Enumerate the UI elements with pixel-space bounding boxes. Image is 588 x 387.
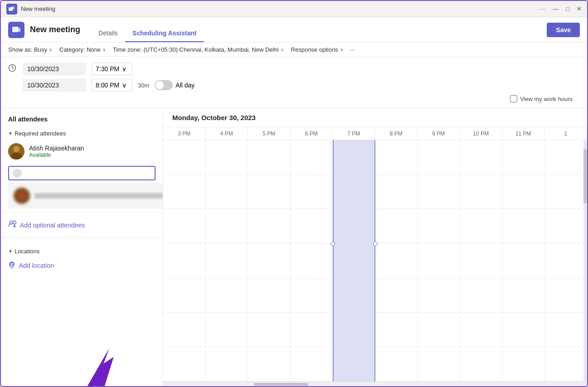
more-options[interactable]: ··· (350, 46, 355, 53)
grid-cell (206, 140, 248, 174)
page-title: New meeting (30, 25, 80, 34)
attendee-info: Atish Rajasekharan Available (29, 145, 84, 158)
add-location-label: Add location (19, 262, 54, 269)
grid-cell (418, 278, 460, 312)
grid-cell (418, 209, 460, 243)
grid-cell (545, 347, 588, 381)
section-separator-2 (1, 237, 163, 238)
grid-cell (545, 174, 588, 208)
bottom-scrollbar[interactable] (163, 382, 587, 386)
vertical-scrollbar[interactable] (583, 140, 587, 382)
view-hours-checkbox[interactable] (510, 95, 517, 102)
locations-label: Locations (15, 248, 40, 255)
timezone-chevron: ∨ (281, 47, 284, 52)
timezone-option[interactable]: Time zone: (UTC+05:30) Chennai, Kolkata,… (113, 46, 283, 53)
time-col-3pm: 3 PM (163, 127, 206, 140)
maximize-btn[interactable]: □ (566, 5, 569, 12)
all-day-toggle-wrap[interactable]: All day (155, 80, 194, 90)
start-time-select[interactable]: 7:30 PM ∨ (92, 63, 132, 75)
grid-cell (502, 278, 545, 312)
avatar-img (8, 143, 24, 160)
all-day-toggle[interactable] (155, 80, 173, 90)
grid-cell (418, 140, 460, 174)
grid-row-2 (163, 174, 587, 209)
time-block-highlight (333, 140, 375, 382)
drag-circle-right[interactable] (373, 242, 378, 246)
grid-cell (163, 174, 206, 208)
locations-section: ▼ Locations Add location (1, 242, 163, 277)
grid-cell (502, 243, 545, 277)
meeting-icon (8, 22, 24, 38)
time-col-10pm: 10 PM (460, 127, 503, 140)
attendee-name: Atish Rajasekharan (29, 145, 84, 152)
drag-circle-left[interactable] (330, 242, 335, 246)
required-chevron-icon: ▼ (8, 131, 13, 136)
app-window: New meeting ··· — □ ✕ New meeting Detail… (0, 0, 588, 387)
grid-cell (418, 243, 460, 277)
svg-rect-2 (12, 27, 19, 32)
attendee-status: Available (29, 152, 84, 158)
grid-row-1 (163, 140, 587, 174)
end-time-chevron: ∨ (122, 82, 126, 89)
minimize-btn[interactable]: — (553, 5, 559, 12)
suggestion-item[interactable] (8, 183, 163, 208)
end-date-input[interactable]: 10/30/2023 (23, 79, 86, 92)
grid-cell (163, 243, 206, 277)
svg-line-6 (12, 68, 14, 69)
end-time-select[interactable]: 8:00 PM ∨ (92, 79, 132, 92)
start-date-input[interactable]: 10/30/2023 (23, 63, 86, 75)
show-as-chevron: ∨ (49, 47, 52, 52)
svg-marker-3 (19, 28, 20, 32)
more-options-btn[interactable]: ··· (540, 5, 545, 12)
response-options[interactable]: Response options ∨ (291, 46, 343, 53)
grid-row-7 (163, 347, 587, 382)
grid-cell (291, 140, 333, 174)
tab-scheduling[interactable]: Scheduling Assistant (125, 17, 204, 42)
bottom-scrollbar-thumb[interactable] (254, 383, 308, 386)
required-section-header[interactable]: ▼ Required attendees (1, 127, 163, 140)
add-optional-icon (8, 220, 16, 230)
grid-cell (375, 313, 418, 347)
tab-details[interactable]: Details (91, 17, 125, 42)
grid-cell (545, 140, 588, 174)
calendar-grid (163, 140, 587, 382)
location-icon (8, 261, 15, 270)
toggle-knob (156, 81, 164, 89)
grid-cell (248, 243, 291, 277)
grid-cell (375, 140, 418, 174)
add-optional-attendees[interactable]: Add optional attendees (1, 216, 163, 234)
main-content: All attendees ▼ Required attendees (1, 108, 587, 386)
attendee-input-icon (13, 169, 22, 178)
grid-cell (248, 313, 291, 347)
calendar-date: Monday, October 30, 2023 (172, 114, 256, 121)
grid-cell (375, 278, 418, 312)
grid-cell (291, 278, 333, 312)
grid-cell (163, 140, 206, 174)
suggestion-text (34, 193, 163, 198)
close-btn[interactable]: ✕ (577, 5, 582, 12)
grid-cell (375, 243, 418, 277)
calendar-header: Monday, October 30, 2023 (163, 108, 587, 127)
response-chevron: ∨ (340, 47, 343, 52)
add-attendee-input[interactable] (24, 169, 151, 177)
show-as-option[interactable]: Show as: Busy ∨ (8, 46, 52, 53)
window-controls: ··· — □ ✕ (540, 5, 582, 12)
add-location-btn[interactable]: Add location (1, 257, 163, 273)
add-attendee-input-wrap[interactable] (8, 166, 156, 180)
time-col-4pm: 4 PM (206, 127, 248, 140)
grid-cell (206, 313, 248, 347)
left-panel: All attendees ▼ Required attendees (1, 108, 163, 386)
grid-cell (460, 243, 503, 277)
category-option[interactable]: Category: None ∨ (59, 46, 106, 53)
grid-row-5 (163, 278, 587, 313)
grid-row-4 (163, 243, 587, 278)
save-button[interactable]: Save (547, 23, 580, 37)
locations-header[interactable]: ▼ Locations (1, 245, 163, 257)
grid-cell (375, 174, 418, 208)
grid-cell (206, 243, 248, 277)
scrollbar-thumb[interactable] (583, 149, 587, 203)
grid-cell (206, 347, 248, 381)
grid-cell (545, 313, 588, 347)
grid-cell (248, 278, 291, 312)
time-col-6pm: 6 PM (291, 127, 333, 140)
